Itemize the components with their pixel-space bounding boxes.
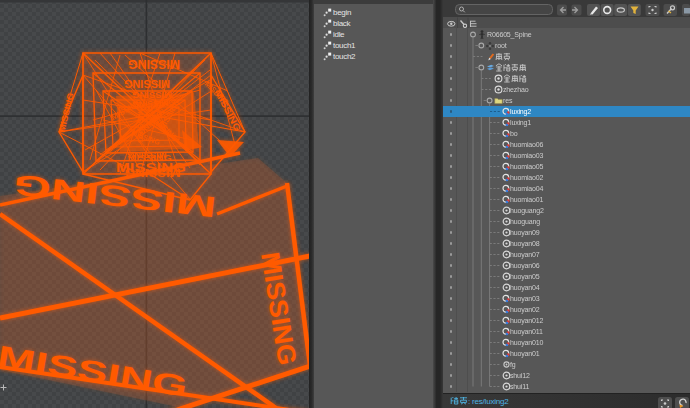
svg-text:MISSING: MISSING bbox=[128, 153, 172, 163]
svg-text:MISSING: MISSING bbox=[128, 57, 180, 71]
svg-text:MISSING: MISSING bbox=[124, 78, 170, 89]
svg-text:MISSING: MISSING bbox=[125, 167, 181, 179]
